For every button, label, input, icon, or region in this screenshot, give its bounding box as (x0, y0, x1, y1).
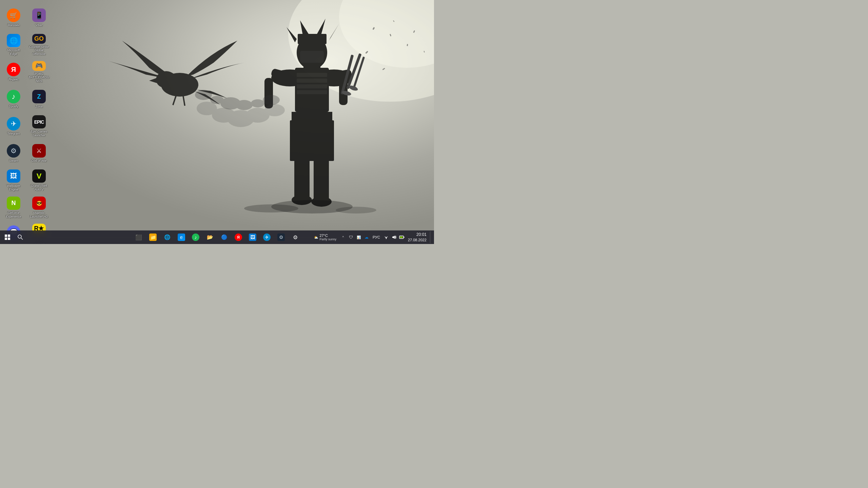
desktop-icon-edge-label: Microsoft Edge (3, 48, 24, 56)
taskbar-file-explorer[interactable]: 📁 (146, 231, 160, 243)
quick-settings (383, 234, 405, 241)
tray-network-monitor[interactable]: 📊 (355, 234, 362, 241)
clock[interactable]: 20:01 27.08.2022 (407, 231, 428, 243)
desktop-icon-gow-label: God of War (31, 159, 47, 163)
tray-onedrive[interactable]: ☁ (363, 234, 370, 241)
taskbar-edge[interactable]: e (175, 231, 188, 243)
svg-line-65 (21, 238, 23, 240)
desktop-icon-wallpaper-engine-label: Wallpaper Engine (3, 184, 24, 191)
weather-temp: 27°C (319, 233, 328, 238)
desktop-icon-csgo[interactable]: GO Counter-Strike Global Offensive (27, 32, 51, 58)
svg-point-66 (386, 238, 387, 239)
taskbar-widget-button[interactable]: ⬛ (132, 231, 145, 243)
desktop-icon-steam[interactable]: ⚙ Steam (2, 141, 25, 166)
desktop-icon-viber-label: Viber (36, 23, 43, 27)
taskbar-left (0, 231, 26, 243)
desktop-icon-viber[interactable]: 📱 Viber (27, 5, 51, 30)
search-button[interactable] (14, 231, 26, 243)
desktop-icon-avast[interactable]: 🛒 Магазин (2, 5, 25, 30)
svg-rect-68 (400, 237, 402, 238)
svg-rect-61 (8, 235, 10, 237)
taskbar-files[interactable]: 📂 (203, 231, 217, 243)
taskbar-pinned-apps: ⬛ 📁 🌐 e ♪ 📂 🔵 Я 🖼 (132, 231, 302, 243)
desktop-icon-edge[interactable]: 🌐 Microsoft Edge (2, 32, 25, 58)
desktop-icon-csgo-label: Counter-Strike Global Offensive (29, 45, 49, 56)
desktop-icon-majestic-label: Majestic Launcher HD (29, 211, 49, 219)
svg-rect-63 (8, 238, 10, 240)
taskbar-browser[interactable]: 🌐 (160, 231, 174, 243)
desktop-icon-majestic[interactable]: 😎 Majestic Launcher HD (27, 195, 51, 220)
desktop-icon-steam-label: Steam (9, 159, 18, 163)
desktop-icon-geforce[interactable]: N GeForce Experience (2, 195, 25, 220)
desktop-icon-yandex-label: Яндекс (8, 78, 19, 81)
tray-battery[interactable] (398, 234, 405, 241)
desktop-icon-telegram-label: Telegram (7, 132, 20, 136)
start-button[interactable] (1, 231, 14, 243)
desktop-icon-avast-label: Магазин (8, 23, 20, 27)
svg-point-64 (18, 235, 21, 238)
show-desktop-button[interactable] (430, 231, 433, 243)
taskbar-wallpaper-engine[interactable]: 🖼 (246, 231, 259, 243)
tray-wifi[interactable] (383, 234, 390, 241)
taskbar-yandex[interactable]: Я (232, 231, 245, 243)
svg-rect-62 (5, 238, 7, 240)
desktop-icon-zona-label: Zona (36, 105, 43, 108)
desktop-icon-gow[interactable]: ⚔ God of War (27, 141, 51, 166)
desktop-icon-geforce-label: GeForce Experience (3, 211, 24, 219)
weather-icon: ⛅ (314, 236, 318, 239)
weather-widget[interactable]: ⛅ 27°C Partly sunny (312, 233, 338, 242)
desktop-icon-pubg[interactable]: 🎮 PUBG BATTLEGROUNDS (27, 59, 51, 85)
svg-rect-60 (5, 235, 7, 237)
taskbar-telegram[interactable]: ✈ (260, 231, 274, 243)
taskbar-settings[interactable]: ⚙ (289, 231, 302, 243)
desktop-icon-epic-label: Epic Games Launcher (29, 130, 49, 137)
desktop-icon-epic[interactable]: EPIC Epic Games Launcher (27, 114, 51, 139)
taskbar-steam[interactable]: ⚙ (274, 231, 288, 243)
svg-rect-69 (403, 237, 404, 238)
desktop-icon-spotify[interactable]: ♪ Spotify (2, 86, 25, 112)
taskbar-system-tray: ⛅ 27°C Partly sunny ^ 🛡 📊 ☁ РУС (312, 231, 433, 243)
desktop-icon-wallpaper-engine[interactable]: 🖼 Wallpaper Engine (2, 168, 25, 193)
desktop-icon-zona[interactable]: Z Zona (27, 86, 51, 112)
clock-time: 20:01 (416, 232, 427, 238)
desktop-icon-gtav-label: Grand Theft Auto V (29, 184, 49, 191)
language-indicator[interactable]: РУС (371, 235, 381, 240)
tray-chevron[interactable]: ^ (340, 234, 347, 241)
desktop-icon-pubg-label: PUBG BATTLEGROUNDS (28, 72, 50, 83)
tray-antivirus[interactable]: 🛡 (348, 234, 354, 241)
desktop: 🛒 Магазин 📱 Viber 🌐 Microsoft Edge GO Co… (0, 0, 434, 230)
desktop-icon-telegram[interactable]: ✈ Telegram (2, 114, 25, 139)
clock-date: 27.08.2022 (408, 238, 427, 243)
desktop-icon-gtav[interactable]: V Grand Theft Auto V (27, 168, 51, 193)
weather-condition: Partly sunny (319, 238, 336, 241)
taskbar-spotify[interactable]: ♪ (189, 231, 202, 243)
desktop-icon-grid: 🛒 Магазин 📱 Viber 🌐 Microsoft Edge GO Co… (0, 3, 54, 244)
taskbar-chrome[interactable]: 🔵 (217, 231, 231, 243)
system-tray-icons: ^ 🛡 📊 ☁ (340, 234, 370, 241)
desktop-icon-spotify-label: Spotify (9, 105, 18, 108)
taskbar: ⬛ 📁 🌐 e ♪ 📂 🔵 Я 🖼 (0, 230, 434, 244)
tray-volume[interactable] (391, 234, 397, 241)
desktop-icon-yandex[interactable]: Я Яндекс (2, 59, 25, 85)
